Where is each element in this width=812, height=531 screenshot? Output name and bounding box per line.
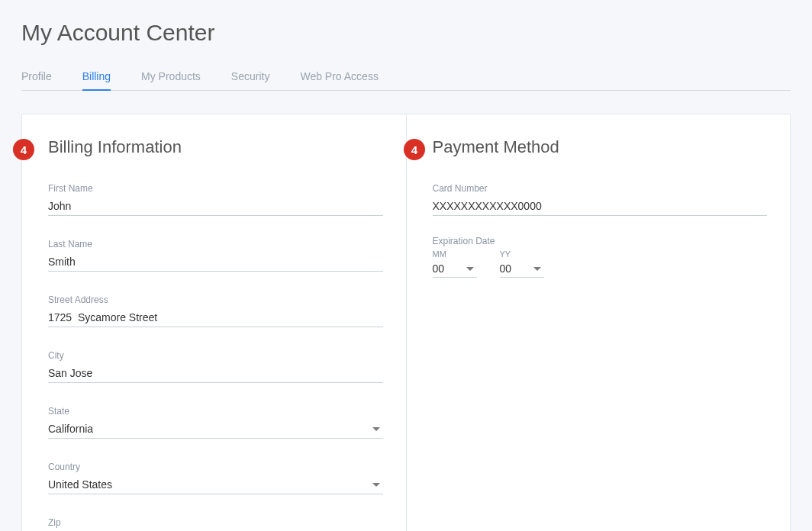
tab-my-products[interactable]: My Products xyxy=(141,64,201,90)
street-field-group: Street Address xyxy=(48,294,383,327)
street-label: Street Address xyxy=(48,294,383,305)
chevron-down-icon xyxy=(466,267,474,271)
exp-year-group: YY 00 xyxy=(500,249,544,278)
country-select[interactable]: United States xyxy=(48,475,383,494)
first-name-label: First Name xyxy=(48,183,383,194)
country-value: United States xyxy=(48,475,112,494)
billing-form: First Name Last Name Street Address City… xyxy=(48,183,383,531)
expiration-group: Expiration Date MM 00 YY 00 xyxy=(433,236,768,278)
exp-year-select[interactable]: 00 xyxy=(500,260,544,278)
content-panel: 4 4 5 Billing Information First Name Las… xyxy=(21,114,791,531)
card-number-input[interactable] xyxy=(433,197,768,216)
state-select[interactable]: California xyxy=(48,420,383,439)
city-label: City xyxy=(48,350,383,361)
payment-form: Card Number Expiration Date MM 00 YY xyxy=(433,183,768,278)
exp-month-select[interactable]: 00 xyxy=(433,260,477,278)
country-field-group: Country United States xyxy=(48,462,383,494)
payment-section-title: Payment Method xyxy=(433,137,768,157)
billing-section-title: Billing Information xyxy=(48,137,383,157)
tab-profile[interactable]: Profile xyxy=(21,64,52,90)
zip-field-group: Zip xyxy=(48,517,383,531)
state-field-group: State California xyxy=(48,406,383,439)
card-number-field-group: Card Number xyxy=(433,183,768,216)
billing-column: Billing Information First Name Last Name… xyxy=(22,114,406,531)
tabs-bar: Profile Billing My Products Security Web… xyxy=(21,64,791,91)
exp-month-value: 00 xyxy=(433,260,445,277)
exp-year-value: 00 xyxy=(500,260,512,277)
callout-badge-billing: 4 xyxy=(13,139,34,160)
expiration-row: MM 00 YY 00 xyxy=(433,249,768,278)
page-title: My Account Center xyxy=(21,20,791,46)
payment-column: Payment Method Card Number Expiration Da… xyxy=(406,114,791,531)
tab-security[interactable]: Security xyxy=(231,64,270,90)
chevron-down-icon xyxy=(372,483,380,487)
chevron-down-icon xyxy=(372,427,380,431)
card-number-label: Card Number xyxy=(433,183,768,194)
city-input[interactable] xyxy=(48,364,383,383)
city-field-group: City xyxy=(48,350,383,383)
first-name-field-group: First Name xyxy=(48,183,383,216)
expiration-label: Expiration Date xyxy=(433,236,768,246)
exp-month-group: MM 00 xyxy=(433,249,477,278)
country-label: Country xyxy=(48,462,383,472)
callout-badge-payment: 4 xyxy=(404,139,425,160)
state-value: California xyxy=(48,420,93,438)
tab-billing[interactable]: Billing xyxy=(82,64,111,90)
zip-label: Zip xyxy=(48,517,383,528)
last-name-input[interactable] xyxy=(48,253,383,272)
exp-month-label: MM xyxy=(433,249,477,259)
chevron-down-icon xyxy=(533,267,541,271)
street-input[interactable] xyxy=(48,308,383,327)
state-label: State xyxy=(48,406,383,417)
first-name-input[interactable] xyxy=(48,197,383,216)
tab-web-pro-access[interactable]: Web Pro Access xyxy=(300,64,378,90)
last-name-label: Last Name xyxy=(48,239,383,249)
last-name-field-group: Last Name xyxy=(48,239,383,272)
exp-year-label: YY xyxy=(500,249,544,259)
